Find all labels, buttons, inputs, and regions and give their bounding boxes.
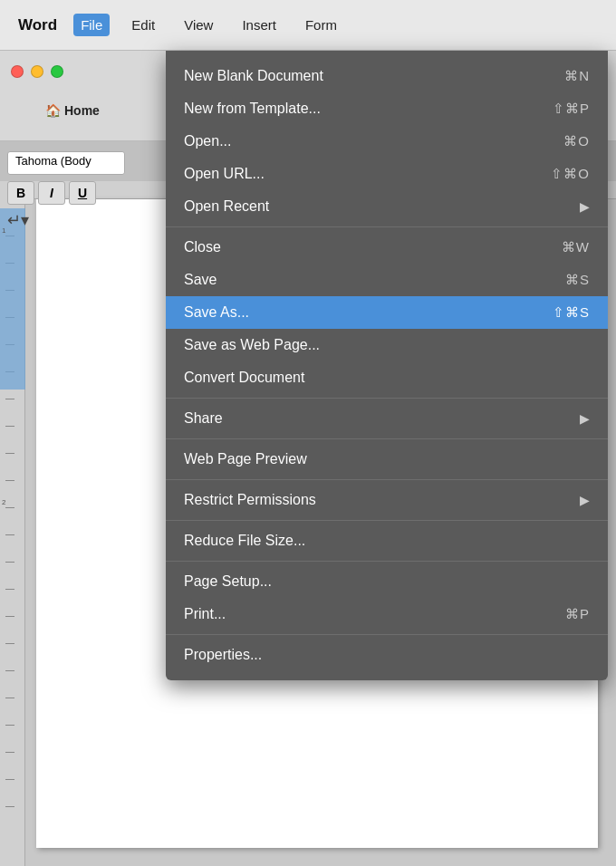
menu-item-shortcut: ⇧⌘S: [553, 304, 590, 321]
underline-button[interactable]: U: [69, 181, 96, 205]
menu-group-print: Page Setup... Print... ⌘P: [166, 562, 608, 635]
menu-item-label: Save as Web Page...: [184, 337, 320, 353]
menu-item-label: Convert Document: [184, 370, 304, 386]
menu-item-page-setup[interactable]: Page Setup...: [166, 565, 608, 598]
indent-icon[interactable]: ↵▾: [7, 210, 29, 230]
menu-item-label: New Blank Document: [184, 68, 323, 84]
menu-item-save[interactable]: Save ⌘S: [166, 264, 608, 296]
menu-item-share[interactable]: Share ▶: [166, 402, 608, 435]
vertical-ruler: [0, 181, 25, 866]
menu-group-reduce: Reduce File Size...: [166, 521, 608, 562]
menu-item-label: Save As...: [184, 304, 249, 321]
ruler-tick: [5, 643, 14, 644]
ruler-slider[interactable]: [0, 208, 25, 390]
menu-item-shortcut: ⌘N: [564, 68, 590, 84]
menu-insert[interactable]: Insert: [235, 14, 284, 36]
ruler-tick: [5, 670, 14, 671]
menu-item-convert[interactable]: Convert Document: [166, 361, 608, 394]
menu-item-label: Properties...: [184, 647, 262, 663]
menu-item-reduce-size[interactable]: Reduce File Size...: [166, 524, 608, 557]
close-button[interactable]: [11, 65, 24, 78]
menu-group-permissions: Restrict Permissions ▶: [166, 480, 608, 521]
font-name: Tahoma (Body: [15, 154, 91, 168]
font-row: Tahoma (Body: [7, 151, 125, 175]
ruler-tick: [5, 589, 14, 590]
menu-item-shortcut: ⌘O: [563, 133, 590, 149]
ruler-tick: [5, 480, 14, 481]
menu-item-shortcut: ⇧⌘O: [551, 166, 590, 182]
maximize-button[interactable]: [51, 65, 63, 78]
menu-edit[interactable]: Edit: [124, 14, 162, 36]
menu-group-new: New Blank Document ⌘N New from Template.…: [166, 56, 608, 227]
file-dropdown-menu: New Blank Document ⌘N New from Template.…: [166, 51, 608, 680]
italic-button[interactable]: I: [38, 181, 65, 205]
menu-item-web-preview[interactable]: Web Page Preview: [166, 443, 608, 476]
menu-item-label: Restrict Permissions: [184, 492, 316, 508]
menu-item-new-template[interactable]: New from Template... ⇧⌘P: [166, 92, 608, 125]
menu-group-save: Close ⌘W Save ⌘S Save As... ⇧⌘S Save as …: [166, 227, 608, 399]
menu-item-open-url[interactable]: Open URL... ⇧⌘O: [166, 158, 608, 190]
ruler-tick: [5, 779, 14, 780]
menu-item-shortcut: ⌘S: [565, 272, 590, 288]
menu-item-shortcut: ⌘P: [565, 606, 590, 622]
ruler-tick: [5, 616, 14, 617]
menu-item-label: Open URL...: [184, 166, 265, 182]
menu-file[interactable]: File: [73, 14, 110, 36]
ruler-tick: [5, 534, 14, 535]
menu-group-properties: Properties...: [166, 635, 608, 675]
app-name[interactable]: Word: [18, 16, 57, 34]
menu-view[interactable]: View: [177, 14, 220, 36]
menu-item-print[interactable]: Print... ⌘P: [166, 598, 608, 630]
menu-bar: Word File Edit View Insert Form: [0, 0, 616, 51]
ruler-tick: [5, 698, 14, 698]
home-icon: 🏠: [45, 103, 61, 118]
ruler-tick: [5, 562, 14, 563]
menu-item-properties[interactable]: Properties...: [166, 639, 608, 671]
bold-button[interactable]: B: [7, 181, 34, 205]
menu-item-label: Close: [184, 239, 221, 255]
menu-item-label: Page Setup...: [184, 573, 272, 590]
menu-item-label: New from Template...: [184, 101, 321, 117]
menu-item-open-recent[interactable]: Open Recent ▶: [166, 190, 608, 223]
ruler-tick: [5, 399, 14, 399]
menu-format[interactable]: Form: [298, 14, 344, 36]
submenu-arrow-icon: ▶: [580, 493, 590, 507]
submenu-arrow-icon: ▶: [580, 199, 590, 214]
menu-item-label: Open...: [184, 133, 231, 149]
home-tab[interactable]: 🏠 Home: [45, 103, 100, 118]
submenu-arrow-icon: ▶: [580, 411, 590, 426]
ruler-tick: [5, 426, 14, 427]
font-selector[interactable]: Tahoma (Body: [7, 151, 125, 175]
window-controls: [11, 65, 63, 78]
ruler-tick: [5, 806, 14, 807]
menu-item-open[interactable]: Open... ⌘O: [166, 125, 608, 158]
menu-item-restrict[interactable]: Restrict Permissions ▶: [166, 484, 608, 516]
menu-item-label: Print...: [184, 606, 226, 622]
menu-item-new-blank[interactable]: New Blank Document ⌘N: [166, 60, 608, 92]
ruler-tick: [5, 453, 14, 454]
menu-item-label: Save: [184, 272, 217, 288]
ruler-label: 2: [2, 498, 5, 506]
ruler-tick: [5, 725, 14, 726]
menu-item-save-web[interactable]: Save as Web Page...: [166, 329, 608, 361]
minimize-button[interactable]: [31, 65, 43, 78]
ruler-tick: [5, 752, 14, 753]
menu-item-label: Share: [184, 410, 223, 427]
menu-item-label: Reduce File Size...: [184, 533, 305, 549]
menu-item-shortcut: ⌘W: [562, 239, 590, 255]
ruler-tick: [5, 507, 14, 508]
menu-item-label: Web Page Preview: [184, 451, 307, 467]
menu-group-share: Share ▶: [166, 399, 608, 439]
menu-item-save-as[interactable]: Save As... ⇧⌘S: [166, 296, 608, 329]
ruler-label: 1: [2, 226, 5, 235]
menu-item-close[interactable]: Close ⌘W: [166, 231, 608, 264]
format-buttons: B I U: [7, 181, 96, 205]
menu-item-shortcut: ⇧⌘P: [553, 101, 590, 117]
home-label: Home: [64, 103, 100, 118]
menu-item-label: Open Recent: [184, 198, 269, 215]
menu-group-preview: Web Page Preview: [166, 439, 608, 480]
